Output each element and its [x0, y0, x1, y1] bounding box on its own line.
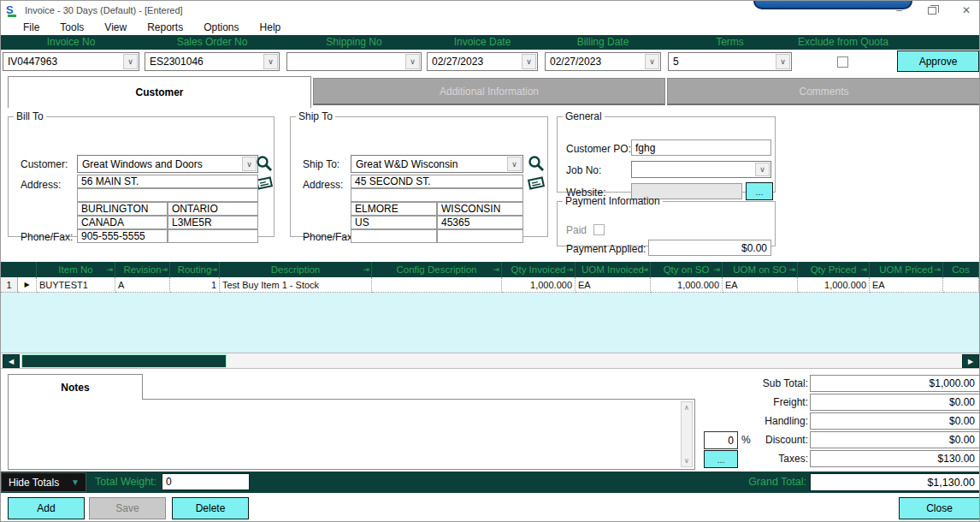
address-card-icon[interactable] [527, 175, 546, 191]
save-button[interactable]: Save [89, 497, 166, 519]
exclude-from-quota-checkbox[interactable] [837, 56, 848, 68]
sales-order-no-combo[interactable]: ES2301046 ∨ [145, 52, 280, 71]
pin-icon[interactable]: ⇥ [788, 265, 795, 274]
chevron-down-icon[interactable]: ∨ [263, 54, 278, 69]
pin-icon[interactable]: ⇥ [210, 265, 217, 274]
sub-total-field[interactable]: $1,000.00 [810, 375, 980, 392]
menu-reports[interactable]: Reports [137, 21, 193, 33]
menu-help[interactable]: Help [250, 21, 292, 33]
notes-textarea[interactable]: ∧ ∨ [8, 399, 695, 470]
bill-address2-field[interactable] [77, 188, 258, 202]
pin-icon[interactable]: ⇥ [566, 265, 573, 274]
shipping-no-combo[interactable]: ∨ [286, 52, 422, 71]
cell-routing[interactable]: 1 [170, 277, 220, 293]
cell-cost[interactable] [943, 277, 979, 293]
cell-qty-on-so[interactable]: 1,000.000 [651, 277, 723, 293]
taxes-field[interactable]: $130.00 [810, 450, 980, 467]
minimize-icon[interactable]: – [896, 4, 902, 16]
scroll-up-icon[interactable]: ∧ [684, 404, 689, 412]
bill-phone-field[interactable]: 905-555-5555 [77, 229, 168, 243]
menu-view[interactable]: View [94, 21, 137, 33]
col-revision[interactable]: Revision⇥ [115, 262, 170, 277]
col-qty-invoiced[interactable]: Qty Invoiced⇥ [502, 262, 576, 277]
bill-postal-field[interactable]: L3ME5R [168, 216, 258, 229]
close-button[interactable]: Close [899, 497, 980, 519]
chevron-down-icon[interactable]: ∨ [645, 54, 659, 69]
total-weight-field[interactable]: 0 [162, 473, 250, 490]
pin-icon[interactable]: ⇥ [161, 265, 168, 274]
col-config-description[interactable]: Config Description⇥ [372, 262, 502, 277]
ship-address2-field[interactable] [351, 188, 523, 202]
cell-qty-priced[interactable]: 1,000.000 [798, 277, 870, 293]
menu-file[interactable]: File [13, 21, 50, 33]
terms-combo[interactable]: 5 ∨ [668, 52, 792, 71]
ship-postal-field[interactable]: 45365 [437, 216, 523, 229]
chevron-down-icon[interactable]: ∨ [507, 157, 522, 171]
grid-row-1[interactable]: 1 ▶ BUYTEST1 A 1 Test Buy Item 1 - Stock… [1, 277, 979, 293]
bill-region-field[interactable]: ONTARIO [168, 202, 258, 216]
bill-fax-field[interactable] [168, 229, 258, 243]
approve-button[interactable]: Approve [897, 50, 979, 72]
pin-icon[interactable]: ⇥ [493, 265, 499, 274]
delete-button[interactable]: Delete [172, 497, 249, 519]
bill-to-customer-combo[interactable]: Great Windows and Doors ∨ [77, 155, 258, 173]
scroll-left-icon[interactable]: ◀ [3, 354, 20, 368]
col-uom-on-so[interactable]: UOM on SO⇥ [723, 262, 798, 277]
scroll-right-icon[interactable]: ▶ [962, 354, 979, 368]
cell-config-description[interactable] [372, 277, 502, 293]
grand-total-field[interactable]: $1,130.00 [810, 473, 980, 491]
search-icon[interactable] [255, 155, 274, 174]
notes-vertical-scrollbar[interactable]: ∧ ∨ [681, 401, 693, 467]
ship-address1-field[interactable]: 45 SECOND ST. [351, 175, 523, 188]
cell-description[interactable]: Test Buy Item 1 - Stock [220, 277, 372, 293]
row-number-cell[interactable]: 1 [1, 277, 18, 293]
pin-icon[interactable]: ⇥ [713, 265, 720, 274]
scroll-down-icon[interactable]: ∨ [684, 457, 689, 465]
col-qty-on-so[interactable]: Qty on SO⇥ [651, 262, 723, 277]
tab-comments[interactable]: Comments [667, 78, 980, 105]
freight-field[interactable]: $0.00 [810, 394, 980, 411]
billing-date-picker[interactable]: 02/27/2023 ∨ [545, 52, 661, 71]
discount-field[interactable]: $0.00 [810, 431, 980, 448]
col-uom-priced[interactable]: UOM Priced⇥ [870, 262, 943, 277]
cell-uom-on-so[interactable]: EA [723, 277, 798, 293]
col-qty-priced[interactable]: Qty Priced⇥ [798, 262, 870, 277]
cell-uom-priced[interactable]: EA [870, 277, 943, 293]
cell-item-no[interactable]: BUYTEST1 [37, 277, 115, 293]
job-no-combo[interactable]: ∨ [631, 161, 771, 178]
restore-icon[interactable] [928, 7, 936, 15]
add-button[interactable]: Add [8, 497, 85, 519]
bill-country-field[interactable]: CANADA [77, 216, 168, 229]
pin-icon[interactable]: ⇥ [106, 265, 113, 274]
close-icon[interactable]: ✕ [962, 4, 971, 16]
ship-fax-field[interactable] [437, 229, 523, 243]
chevron-down-icon[interactable]: ∨ [405, 54, 420, 69]
row-marker-cell[interactable]: ▶ [18, 277, 37, 293]
search-icon[interactable] [527, 155, 546, 174]
payment-applied-field[interactable]: $0.00 [648, 240, 771, 256]
invoice-date-picker[interactable]: 02/27/2023 ∨ [427, 52, 538, 71]
tab-notes[interactable]: Notes [8, 374, 143, 400]
ship-country-field[interactable]: US [351, 216, 437, 229]
chevron-down-icon[interactable]: ∨ [522, 54, 536, 69]
col-cost[interactable]: Cos [943, 262, 979, 277]
tab-customer[interactable]: Customer [8, 76, 311, 108]
menu-options[interactable]: Options [193, 21, 249, 33]
chevron-down-icon[interactable]: ∨ [123, 54, 138, 69]
pin-icon[interactable]: ⇥ [641, 265, 648, 274]
col-routing[interactable]: Routing⇥ [170, 262, 220, 277]
cell-revision[interactable]: A [115, 277, 170, 293]
bill-address1-field[interactable]: 56 MAIN ST. [77, 175, 258, 188]
grid-horizontal-scrollbar[interactable]: ◀ ▶ [1, 353, 979, 369]
handling-field[interactable]: $0.00 [810, 412, 980, 430]
chevron-down-icon[interactable]: ∨ [755, 163, 770, 176]
col-uom-invoiced[interactable]: UOM Invoiced⇥ [576, 262, 651, 277]
ship-to-combo[interactable]: Great W&D Wisconsin ∨ [351, 155, 523, 173]
customer-po-field[interactable]: fghg [631, 139, 771, 156]
tab-additional-information[interactable]: Additional Information [313, 78, 665, 105]
cell-uom-invoiced[interactable]: EA [576, 277, 651, 293]
col-item-no[interactable]: Item No⇥ [37, 262, 115, 277]
pin-icon[interactable]: ⇥ [860, 265, 867, 274]
col-description[interactable]: Description⇥ [220, 262, 372, 277]
cell-qty-invoiced[interactable]: 1,000.000 [502, 277, 576, 293]
